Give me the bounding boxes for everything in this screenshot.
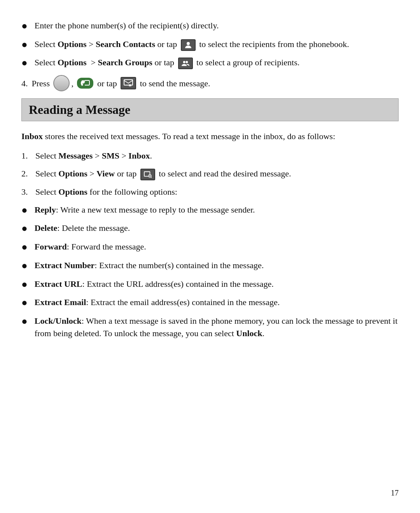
bullet-text: Reply: Write a new text message to reply…	[35, 204, 399, 216]
bullet-dot: ●	[21, 277, 28, 292]
bullet-dot: ●	[21, 19, 28, 33]
bold-extract-email: Extract Email	[35, 297, 86, 307]
list-item: ● Select Options > Search Groups or tap …	[21, 56, 399, 70]
page-number: 17	[391, 489, 399, 497]
bullet-text: Extract Email: Extract the email address…	[35, 296, 399, 309]
bold-options: Options	[58, 39, 87, 49]
bullet-text: Select Options > Search Groups or tap to…	[35, 56, 399, 69]
step-number: 1.	[21, 150, 35, 162]
bold-search-groups: Search Groups	[98, 58, 152, 67]
inbox-bold: Inbox	[21, 131, 43, 141]
section-title: Reading a Message	[29, 103, 130, 117]
list-item: ● Enter the phone number(s) of the recip…	[21, 19, 399, 33]
bold-unlock: Unlock	[236, 328, 262, 338]
svg-point-2	[186, 61, 188, 63]
bullet-dot: ●	[21, 221, 28, 236]
bold-search-contacts: Search Contacts	[96, 39, 155, 49]
send-icon	[121, 77, 136, 89]
bullet-dot: ●	[21, 203, 28, 218]
svg-rect-3	[124, 80, 133, 85]
list-item: ● Delete: Delete the message.	[21, 222, 399, 236]
list-item: ● Extract Email: Extract the email addre…	[21, 296, 399, 310]
list-item: ● Reply: Write a new text message to rep…	[21, 204, 399, 218]
bold-messages: Messages	[58, 151, 93, 161]
bold-options: Options	[58, 169, 88, 178]
step-number: 3.	[21, 186, 35, 198]
svg-point-0	[187, 42, 190, 45]
handset-icon	[77, 78, 93, 89]
send-text: to send the message.	[138, 77, 210, 90]
bullet-text: Extract Number: Extract the number(s) co…	[35, 259, 399, 272]
bullet-dot: ●	[21, 240, 28, 255]
bold-options: Options	[58, 187, 88, 197]
bold-reply: Reply	[35, 205, 56, 215]
bullet-dot: ●	[21, 258, 28, 273]
bullet-text: Select Options > Search Contacts or tap …	[35, 38, 399, 51]
step-text: Select Options > View or tap to select a…	[35, 168, 291, 180]
bullet-dot: ●	[21, 56, 28, 70]
intro-rest: stores the received text messages. To re…	[43, 131, 335, 141]
bold-sms: SMS	[102, 151, 119, 161]
view-icon	[140, 169, 155, 180]
bullet-text: Delete: Delete the message.	[35, 222, 399, 234]
contacts-icon	[181, 39, 196, 51]
bold-options: Options	[58, 58, 87, 67]
step-number: 2.	[21, 168, 35, 180]
bold-delete: Delete	[35, 223, 58, 233]
top-bullet-list: ● Enter the phone number(s) of the recip…	[21, 19, 399, 70]
list-item: ● Forward: Forward the message.	[21, 241, 399, 255]
menu-button-icon	[53, 75, 70, 91]
or-text: or tap	[95, 77, 119, 90]
svg-point-1	[183, 61, 185, 63]
svg-point-5	[149, 174, 151, 177]
options-bullet-list: ● Reply: Write a new text message to rep…	[21, 204, 399, 340]
list-item: ● Lock/Unlock: When a text message is sa…	[21, 315, 399, 340]
step-text: Select Options for the following options…	[35, 186, 177, 198]
list-item: 3. Select Options for the following opti…	[21, 186, 399, 198]
bullet-dot: ●	[21, 314, 28, 329]
numbered-list: 1. Select Messages > SMS > Inbox. 2. Sel…	[21, 150, 399, 198]
list-item: ● Extract Number: Extract the number(s) …	[21, 259, 399, 273]
step-text: Select Messages > SMS > Inbox.	[35, 150, 152, 162]
bullet-text: Extract URL: Extract the URL address(es)…	[35, 278, 399, 290]
bold-inbox: Inbox	[128, 151, 150, 161]
bold-extract-number: Extract Number	[35, 260, 95, 270]
list-item: 2. Select Options > View or tap to selec…	[21, 168, 399, 180]
bold-extract-url: Extract URL	[35, 279, 82, 289]
list-item: 1. Select Messages > SMS > Inbox.	[21, 150, 399, 162]
list-item: ● Select Options > Search Contacts or ta…	[21, 38, 399, 52]
intro-paragraph: Inbox stores the received text messages.…	[21, 130, 399, 143]
list-item: ● Extract URL: Extract the URL address(e…	[21, 278, 399, 292]
bullet-dot: ●	[21, 295, 28, 310]
bold-view: View	[96, 169, 115, 178]
bullet-dot: ●	[21, 37, 28, 52]
svg-line-6	[151, 177, 152, 178]
step-number: 4.	[21, 77, 28, 90]
section-header: Reading a Message	[21, 98, 399, 121]
bullet-text: Enter the phone number(s) of the recipie…	[35, 19, 399, 32]
bullet-text: Lock/Unlock: When a text message is save…	[35, 315, 399, 340]
groups-icon	[178, 58, 193, 69]
bold-forward: Forward	[35, 242, 67, 251]
bullet-text: Forward: Forward the message.	[35, 241, 399, 253]
press-text: Press	[32, 77, 52, 90]
press-row: 4. Press , or tap to send the message.	[21, 75, 399, 91]
bold-lock-unlock: Lock/Unlock	[35, 316, 82, 326]
comma-separator: ,	[71, 77, 75, 90]
